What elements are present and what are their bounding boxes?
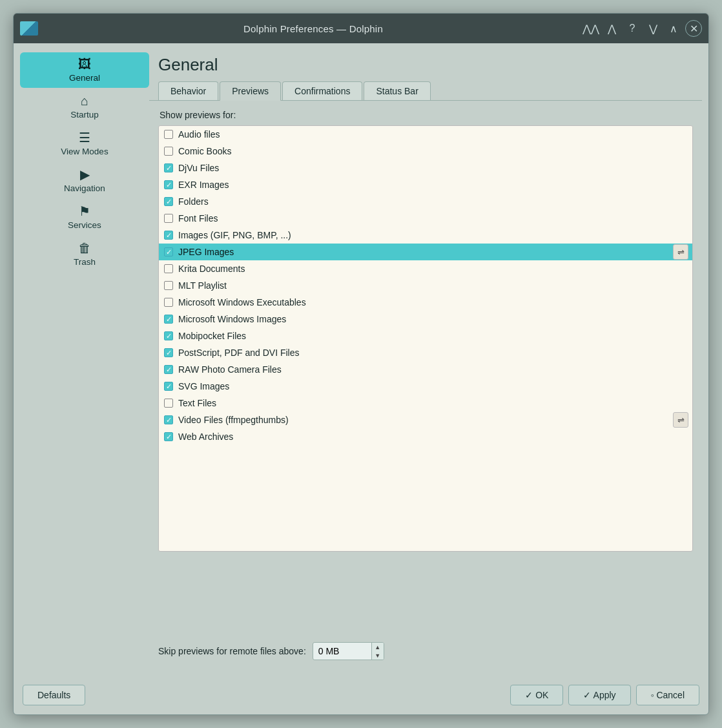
file-list-item[interactable]: ✓SVG Images [159, 378, 692, 395]
window-title: Dolphin Preferences — Dolphin [45, 23, 582, 34]
checkbox-11[interactable]: ✓ [164, 315, 173, 324]
sidebar-label-navigation: Navigation [64, 183, 105, 193]
apply-button[interactable]: ✓ Apply [568, 685, 630, 705]
checkbox-18[interactable]: ✓ [164, 432, 173, 441]
file-item-label: Audio files [178, 129, 687, 140]
file-item-label: Microsoft Windows Images [178, 314, 687, 324]
tab-behavior[interactable]: Behavior [158, 81, 218, 100]
sidebar-item-startup[interactable]: ⌂Startup [20, 89, 149, 125]
general-icon: 🖼 [78, 57, 91, 70]
checkbox-12[interactable]: ✓ [164, 331, 173, 340]
titlebar-controls: ⋀⋀ ⋀ ? ⋁ ∧ ✕ [582, 19, 702, 37]
file-list-item[interactable]: ✓JPEG Images⇌ [159, 244, 692, 260]
checkbox-0[interactable] [164, 130, 173, 139]
file-list-item[interactable]: Krita Documents [159, 260, 692, 277]
sidebar-item-trash[interactable]: 🗑Trash [20, 236, 149, 272]
file-item-label: Comic Books [178, 146, 687, 156]
file-list-item[interactable]: ✓RAW Photo Camera Files [159, 361, 692, 378]
main-window: Dolphin Preferences — Dolphin ⋀⋀ ⋀ ? ⋁ ∧… [13, 13, 709, 715]
tab-previews[interactable]: Previews [220, 81, 281, 101]
maximize-btn[interactable]: ∧ [665, 19, 683, 37]
checkbox-7[interactable]: ✓ [164, 247, 173, 256]
sidebar-item-general[interactable]: 🖼General [20, 52, 149, 88]
checkbox-17[interactable]: ✓ [164, 415, 173, 424]
file-list-item[interactable]: ✓Folders [159, 193, 692, 210]
checkbox-14[interactable]: ✓ [164, 365, 173, 374]
sidebar-label-startup: Startup [70, 110, 99, 120]
file-list-item[interactable]: Comic Books [159, 143, 692, 160]
checkbox-2[interactable]: ✓ [164, 163, 173, 172]
shade-btn[interactable]: ⋀ [603, 19, 621, 37]
checkbox-15[interactable]: ✓ [164, 382, 173, 391]
skip-spin-down[interactable]: ▼ [372, 651, 384, 660]
file-item-label: Folders [178, 196, 687, 207]
settings-icon[interactable]: ⇌ [673, 412, 688, 428]
file-item-label: Mobipocket Files [178, 331, 687, 341]
sidebar-item-services[interactable]: ⚑Services [20, 200, 149, 235]
defaults-button[interactable]: Defaults [23, 685, 85, 705]
file-list-item[interactable]: Font Files [159, 210, 692, 227]
footer-right: ✓ OK ✓ Apply ◦ Cancel [510, 685, 699, 705]
help-btn[interactable]: ? [623, 19, 641, 37]
file-list-item[interactable]: ✓Web Archives [159, 428, 692, 445]
sidebar-label-services: Services [68, 220, 101, 230]
file-list-item[interactable]: ✓PostScript, PDF and DVI Files [159, 344, 692, 361]
checkbox-1[interactable] [164, 147, 173, 156]
checkbox-4[interactable]: ✓ [164, 197, 173, 206]
trash-icon: 🗑 [78, 242, 91, 255]
checkbox-5[interactable] [164, 214, 173, 223]
sidebar-label-view-modes: View Modes [61, 147, 108, 156]
file-list-item[interactable]: ✓EXR Images [159, 176, 692, 193]
checkbox-3[interactable]: ✓ [164, 180, 173, 189]
close-btn[interactable]: ✕ [685, 20, 702, 37]
checkbox-10[interactable] [164, 298, 173, 307]
minimize-btn[interactable]: ⋁ [644, 19, 662, 37]
file-item-label: JPEG Images [178, 247, 687, 257]
skip-spinner: ▲ ▼ [371, 643, 384, 660]
startup-icon: ⌂ [81, 94, 88, 107]
settings-icon[interactable]: ⇌ [673, 244, 688, 260]
previews-label: Show previews for: [158, 110, 693, 120]
file-list-item[interactable]: Text Files [159, 395, 692, 411]
file-list-item[interactable]: MLT Playlist [159, 277, 692, 294]
page-title: General [149, 50, 702, 81]
double-up-btn[interactable]: ⋀⋀ [582, 19, 600, 37]
skip-input-wrap[interactable]: ▲ ▼ [313, 642, 384, 660]
file-list-item[interactable]: ✓Images (GIF, PNG, BMP, ...) [159, 227, 692, 244]
sidebar-item-view-modes[interactable]: ☰View Modes [20, 126, 149, 161]
file-list-item[interactable]: ✓DjVu Files [159, 160, 692, 176]
file-item-label: PostScript, PDF and DVI Files [178, 348, 687, 358]
skip-spin-up[interactable]: ▲ [372, 643, 384, 651]
file-list[interactable]: Audio filesComic Books✓DjVu Files✓EXR Im… [158, 125, 693, 552]
footer-left: Defaults [23, 685, 85, 705]
file-list-item[interactable]: ✓Video Files (ffmpegthumbs)⇌ [159, 411, 692, 428]
file-list-item[interactable]: ✓Microsoft Windows Images [159, 311, 692, 328]
ok-button[interactable]: ✓ OK [510, 685, 563, 705]
skip-input[interactable] [313, 643, 371, 659]
app-icon [20, 21, 38, 36]
file-item-label: SVG Images [178, 381, 687, 391]
file-list-item[interactable]: ✓Mobipocket Files [159, 328, 692, 344]
file-item-label: Krita Documents [178, 264, 687, 274]
sidebar-label-general: General [69, 73, 100, 83]
checkbox-8[interactable] [164, 264, 173, 273]
file-list-item[interactable]: Microsoft Windows Executables [159, 294, 692, 311]
view-modes-icon: ☰ [79, 131, 90, 144]
file-list-item[interactable]: Audio files [159, 126, 692, 143]
cancel-button[interactable]: ◦ Cancel [636, 685, 699, 705]
sidebar-item-navigation[interactable]: ▶Navigation [20, 163, 149, 198]
skip-row: Skip previews for remote files above: ▲ … [158, 637, 693, 663]
checkbox-16[interactable] [164, 399, 173, 408]
file-item-label: Images (GIF, PNG, BMP, ...) [178, 230, 687, 240]
footer: Defaults ✓ OK ✓ Apply ◦ Cancel [14, 678, 708, 714]
checkbox-13[interactable]: ✓ [164, 348, 173, 357]
file-item-label: Web Archives [178, 432, 687, 442]
file-item-label: Text Files [178, 398, 687, 408]
file-item-label: Video Files (ffmpegthumbs) [178, 415, 687, 425]
tab-confirmations[interactable]: Confirmations [282, 81, 362, 100]
tab-status-bar[interactable]: Status Bar [364, 81, 430, 100]
file-item-label: DjVu Files [178, 163, 687, 173]
file-item-label: RAW Photo Camera Files [178, 364, 687, 375]
checkbox-6[interactable]: ✓ [164, 231, 173, 240]
checkbox-9[interactable] [164, 281, 173, 290]
